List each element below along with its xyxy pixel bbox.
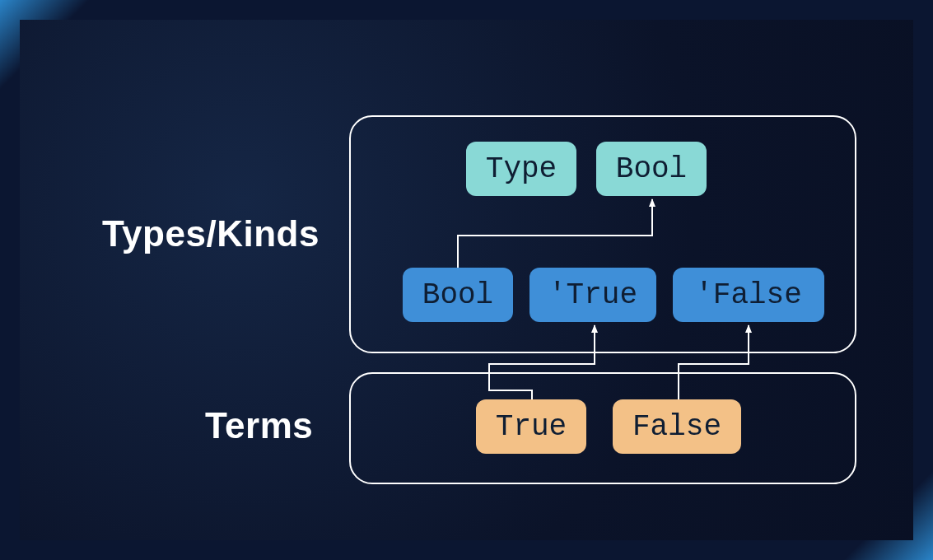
term-true: True [476, 399, 586, 454]
type-bool: Bool [403, 268, 513, 322]
type-tick-true: 'True [529, 268, 656, 322]
diagram-canvas: Types/Kinds Type Bool Bool 'True 'False … [20, 20, 913, 540]
label-terms: Terms [205, 405, 313, 446]
diagram-frame: Types/Kinds Type Bool Bool 'True 'False … [0, 0, 933, 560]
kind-type: Type [466, 142, 576, 196]
group-terms [349, 372, 856, 484]
label-types-kinds: Types/Kinds [102, 213, 320, 254]
term-false: False [613, 399, 741, 454]
kind-bool: Bool [596, 142, 707, 196]
type-tick-false: 'False [673, 268, 824, 322]
